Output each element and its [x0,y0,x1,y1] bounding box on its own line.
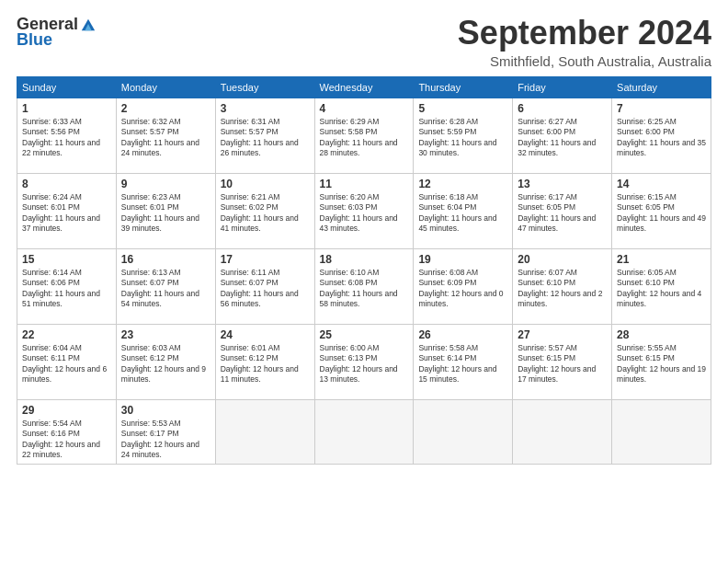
calendar-cell [513,399,612,465]
day-info: Sunrise: 6:18 AMSunset: 6:04 PMDaylight:… [418,192,507,235]
calendar-cell: 12 Sunrise: 6:18 AMSunset: 6:04 PMDaylig… [414,173,513,248]
day-number: 15 [22,253,111,266]
day-info: Sunrise: 5:57 AMSunset: 6:15 PMDaylight:… [518,343,607,385]
calendar-cell: 11 Sunrise: 6:20 AMSunset: 6:03 PMDaylig… [314,173,414,248]
day-number: 16 [121,253,210,266]
logo-icon [80,17,97,33]
day-number: 8 [22,178,111,190]
day-info: Sunrise: 6:01 AMSunset: 6:12 PMDaylight:… [221,343,310,385]
calendar-cell [612,399,711,465]
day-info: Sunrise: 6:29 AMSunset: 5:58 PMDaylight:… [320,117,409,159]
day-header-saturday: Saturday [612,76,711,98]
calendar-cell: 1 Sunrise: 6:33 AMSunset: 5:56 PMDayligh… [17,98,117,173]
day-info: Sunrise: 6:13 AMSunset: 6:07 PMDaylight:… [121,268,210,310]
day-info: Sunrise: 6:23 AMSunset: 6:01 PMDaylight:… [121,192,210,235]
day-info: Sunrise: 6:20 AMSunset: 6:03 PMDaylight:… [320,192,409,235]
calendar-week-1: 1 Sunrise: 6:33 AMSunset: 5:56 PMDayligh… [17,98,711,173]
day-info: Sunrise: 6:27 AMSunset: 6:00 PMDaylight:… [518,117,607,159]
calendar-cell: 23 Sunrise: 6:03 AMSunset: 6:12 PMDaylig… [116,324,215,399]
calendar-cell: 21 Sunrise: 6:05 AMSunset: 6:10 PMDaylig… [612,248,711,324]
day-info: Sunrise: 6:05 AMSunset: 6:10 PMDaylight:… [617,268,706,310]
calendar-week-3: 15 Sunrise: 6:14 AMSunset: 6:06 PMDaylig… [17,248,711,324]
day-number: 19 [418,253,507,266]
calendar-cell: 22 Sunrise: 6:04 AMSunset: 6:11 PMDaylig… [17,324,117,399]
day-info: Sunrise: 6:10 AMSunset: 6:08 PMDaylight:… [320,268,409,310]
calendar-cell: 24 Sunrise: 6:01 AMSunset: 6:12 PMDaylig… [215,324,314,399]
day-info: Sunrise: 6:04 AMSunset: 6:11 PMDaylight:… [22,343,111,385]
day-header-friday: Friday [513,76,612,98]
header: General Blue September 2024 Smithfield, … [17,15,711,69]
day-number: 24 [221,328,310,341]
day-header-monday: Monday [116,76,215,98]
day-number: 3 [221,102,310,115]
page: General Blue September 2024 Smithfield, … [0,0,728,563]
day-number: 6 [518,102,607,115]
calendar-cell: 27 Sunrise: 5:57 AMSunset: 6:15 PMDaylig… [513,324,612,399]
calendar-week-2: 8 Sunrise: 6:24 AMSunset: 6:01 PMDayligh… [17,173,711,248]
day-info: Sunrise: 5:54 AMSunset: 6:16 PMDaylight:… [22,419,111,461]
calendar-cell: 13 Sunrise: 6:17 AMSunset: 6:05 PMDaylig… [513,173,612,248]
day-info: Sunrise: 6:17 AMSunset: 6:05 PMDaylight:… [518,192,607,235]
calendar-week-5: 29 Sunrise: 5:54 AMSunset: 6:16 PMDaylig… [17,399,711,465]
day-info: Sunrise: 6:03 AMSunset: 6:12 PMDaylight:… [121,343,210,385]
day-header-wednesday: Wednesday [314,76,414,98]
logo-blue-text: Blue [17,30,52,50]
calendar-cell: 4 Sunrise: 6:29 AMSunset: 5:58 PMDayligh… [314,98,414,173]
day-number: 13 [518,178,607,190]
day-number: 18 [320,253,409,266]
calendar-cell: 5 Sunrise: 6:28 AMSunset: 5:59 PMDayligh… [414,98,513,173]
day-info: Sunrise: 5:53 AMSunset: 6:17 PMDaylight:… [121,419,210,461]
day-info: Sunrise: 6:33 AMSunset: 5:56 PMDaylight:… [22,117,111,159]
day-info: Sunrise: 6:08 AMSunset: 6:09 PMDaylight:… [418,268,507,310]
location: Smithfield, South Australia, Australia [458,53,711,69]
day-info: Sunrise: 6:25 AMSunset: 6:00 PMDaylight:… [617,117,706,159]
day-number: 17 [221,253,310,266]
calendar-cell: 19 Sunrise: 6:08 AMSunset: 6:09 PMDaylig… [414,248,513,324]
day-number: 5 [418,102,507,115]
day-number: 4 [320,102,409,115]
calendar-week-4: 22 Sunrise: 6:04 AMSunset: 6:11 PMDaylig… [17,324,711,399]
day-number: 21 [617,253,706,266]
day-number: 22 [22,328,111,341]
calendar-cell: 26 Sunrise: 5:58 AMSunset: 6:14 PMDaylig… [414,324,513,399]
calendar-cell [414,399,513,465]
calendar-cell: 28 Sunrise: 5:55 AMSunset: 6:15 PMDaylig… [612,324,711,399]
calendar-cell: 30 Sunrise: 5:53 AMSunset: 6:17 PMDaylig… [116,399,215,465]
calendar-cell: 3 Sunrise: 6:31 AMSunset: 5:57 PMDayligh… [215,98,314,173]
day-number: 27 [518,328,607,341]
title-block: September 2024 Smithfield, South Austral… [458,15,711,69]
day-info: Sunrise: 6:07 AMSunset: 6:10 PMDaylight:… [518,268,607,310]
calendar-cell: 9 Sunrise: 6:23 AMSunset: 6:01 PMDayligh… [116,173,215,248]
calendar-cell: 10 Sunrise: 6:21 AMSunset: 6:02 PMDaylig… [215,173,314,248]
calendar-cell: 25 Sunrise: 6:00 AMSunset: 6:13 PMDaylig… [314,324,414,399]
day-header-tuesday: Tuesday [215,76,314,98]
calendar-cell: 29 Sunrise: 5:54 AMSunset: 6:16 PMDaylig… [17,399,117,465]
calendar-cell: 17 Sunrise: 6:11 AMSunset: 6:07 PMDaylig… [215,248,314,324]
day-number: 1 [22,102,111,115]
calendar-cell: 7 Sunrise: 6:25 AMSunset: 6:00 PMDayligh… [612,98,711,173]
calendar-cell: 20 Sunrise: 6:07 AMSunset: 6:10 PMDaylig… [513,248,612,324]
day-info: Sunrise: 6:28 AMSunset: 5:59 PMDaylight:… [418,117,507,159]
day-number: 7 [617,102,706,115]
calendar-cell: 15 Sunrise: 6:14 AMSunset: 6:06 PMDaylig… [17,248,117,324]
day-number: 29 [22,404,111,417]
day-info: Sunrise: 6:32 AMSunset: 5:57 PMDaylight:… [121,117,210,159]
logo: General Blue [17,15,97,50]
day-number: 23 [121,328,210,341]
day-number: 10 [221,178,310,190]
day-info: Sunrise: 6:14 AMSunset: 6:06 PMDaylight:… [22,268,111,310]
calendar-cell [314,399,414,465]
calendar-cell: 16 Sunrise: 6:13 AMSunset: 6:07 PMDaylig… [116,248,215,324]
calendar-cell: 6 Sunrise: 6:27 AMSunset: 6:00 PMDayligh… [513,98,612,173]
day-number: 30 [121,404,210,417]
day-info: Sunrise: 6:00 AMSunset: 6:13 PMDaylight:… [320,343,409,385]
day-number: 26 [418,328,507,341]
day-header-thursday: Thursday [414,76,513,98]
day-info: Sunrise: 6:31 AMSunset: 5:57 PMDaylight:… [221,117,310,159]
month-title: September 2024 [458,15,711,52]
day-number: 14 [617,178,706,190]
day-info: Sunrise: 6:24 AMSunset: 6:01 PMDaylight:… [22,192,111,235]
day-number: 25 [320,328,409,341]
day-number: 11 [320,178,409,190]
calendar-header-row: SundayMondayTuesdayWednesdayThursdayFrid… [17,76,711,98]
